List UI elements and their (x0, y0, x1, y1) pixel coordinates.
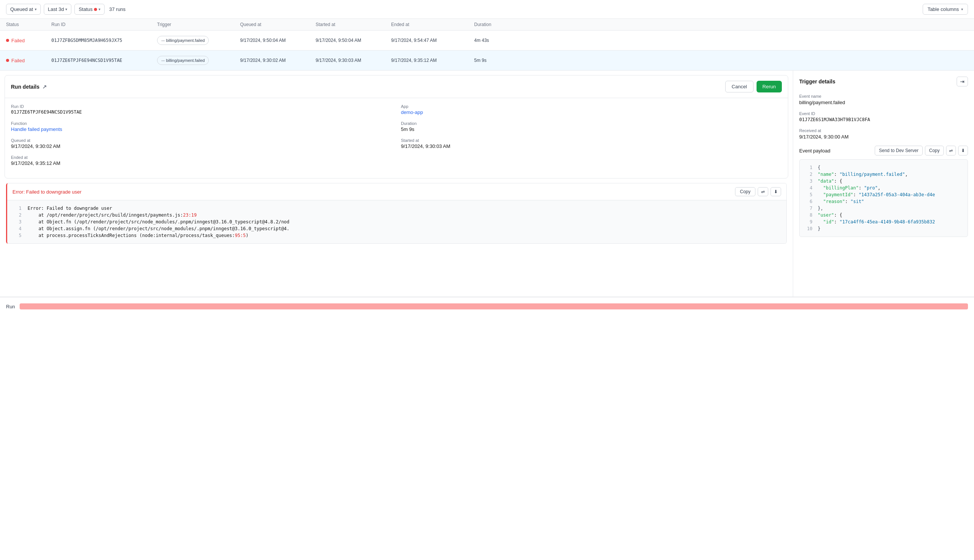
status-text: Failed (11, 58, 25, 63)
table-row[interactable]: Failed 01J7ZE6TPJF6E94NCSD1V95TAE ··· bi… (0, 50, 974, 70)
started-at-field-value: 9/17/2024, 9:30:03 AM (401, 143, 782, 149)
json-line-5: 5 "paymentId": "1437a25f-05a3-404a-ab3e-… (800, 191, 967, 198)
event-payload-label: Event payload (799, 148, 830, 153)
run-details-title: Run details ↗ (11, 84, 47, 90)
col-header-ended-at: Ended at (391, 22, 474, 27)
run-id-cell: 01J7ZFBG5DMM85MJA9H659JX75 (51, 38, 157, 43)
duration-cell: 5m 9s (474, 58, 512, 63)
json-line-10: 10 } (800, 225, 967, 232)
json-line-8: 8 "user": { (800, 212, 967, 218)
run-id-field: Run ID 01J7ZE6TPJF6E94NCSD1V95TAE (11, 104, 392, 115)
code-line-2: 2 at /opt/render/project/src/build/innge… (7, 212, 786, 218)
download-payload-icon-button[interactable]: ⬇ (958, 146, 968, 155)
json-line-2: 2 "name": "billing/payment.failed", (800, 171, 967, 178)
duration-cell: 4m 43s (474, 38, 512, 43)
last-3d-chevron-icon: ▾ (65, 7, 67, 11)
table-columns-chevron-icon: ▾ (961, 7, 963, 11)
event-name-field: Event name billing/payment.failed (799, 94, 968, 105)
ended-at-cell: 9/17/2024, 9:54:47 AM (391, 38, 474, 43)
col-header-duration: Duration (474, 22, 512, 27)
error-section: Error: Failed to downgrade user Copy ⇌ ⬇… (6, 183, 787, 244)
trigger-cell: ··· billing/payment.failed (157, 56, 240, 65)
ended-at-field-label: Ended at (11, 155, 392, 160)
payload-actions: Send to Dev Server Copy ⇌ ⬇ (875, 146, 968, 155)
run-id-cell: 01J7ZE6TPJF6E94NCSD1V95TAE (51, 58, 157, 63)
error-code-block: 1 Error: Failed to downgrade user 2 at /… (7, 200, 786, 243)
event-id-value: 01J7ZE6S1MJWA33HT9B1VJC8FA (799, 117, 968, 122)
failed-dot-icon (6, 59, 9, 62)
failed-dot-icon (6, 39, 9, 42)
run-details-header: Run details ↗ Cancel Rerun (5, 75, 788, 98)
json-line-6: 6 "reason": "sit" (800, 198, 967, 205)
status-chevron-icon: ▾ (98, 7, 100, 11)
wrap-payload-icon-button[interactable]: ⇌ (946, 146, 956, 155)
status-filter[interactable]: Status ▾ (74, 4, 105, 15)
event-id-field: Event ID 01J7ZE6S1MJWA33HT9B1VJC8FA (799, 111, 968, 122)
code-line-3: 3 at Object.fn (/opt/render/project/src/… (7, 218, 786, 225)
status-cell: Failed (6, 38, 51, 43)
trigger-badge: ··· billing/payment.failed (157, 56, 209, 65)
col-header-status: Status (6, 22, 51, 27)
queued-at-label: Queued at (10, 7, 33, 12)
run-fields: Run ID 01J7ZE6TPJF6E94NCSD1V95TAE App de… (11, 104, 782, 166)
run-id-label: Run ID (11, 104, 392, 109)
download-icon-button[interactable]: ⬇ (771, 187, 781, 196)
status-dot-icon (94, 8, 97, 11)
col-header-run-id: Run ID (51, 22, 157, 27)
app-label: App (401, 104, 782, 109)
payload-header: Event payload Send to Dev Server Copy ⇌ … (799, 146, 968, 155)
run-progress-bar (20, 303, 968, 310)
started-at-cell: 9/17/2024, 9:30:03 AM (315, 58, 391, 63)
event-name-label: Event name (799, 94, 968, 98)
bottom-bar: Run (0, 297, 974, 315)
table-columns-label: Table columns (927, 7, 959, 12)
queued-at-filter[interactable]: Queued at ▾ (6, 4, 41, 15)
trigger-dots-icon: ··· (161, 37, 165, 43)
app-value[interactable]: demo-app (401, 110, 782, 115)
error-title: Error: Failed to downgrade user (12, 189, 82, 195)
col-header-trigger: Trigger (157, 22, 240, 27)
error-header: Error: Failed to downgrade user Copy ⇌ ⬇ (7, 183, 786, 200)
queued-at-cell: 9/17/2024, 9:50:04 AM (240, 38, 315, 43)
table-columns-button[interactable]: Table columns ▾ (923, 4, 968, 15)
json-line-1: 1 { (800, 164, 967, 171)
received-at-label: Received at (799, 128, 968, 133)
duration-field: Duration 5m 9s (401, 121, 782, 132)
json-line-4: 4 "billingPlan": "pro", (800, 185, 967, 191)
json-line-7: 7 }, (800, 205, 967, 212)
received-at-field: Received at 9/17/2024, 9:30:00 AM (799, 128, 968, 140)
send-to-dev-button[interactable]: Send to Dev Server (875, 146, 923, 155)
last-3d-filter[interactable]: Last 3d ▾ (44, 4, 72, 15)
run-details-panel: Run details ↗ Cancel Rerun Run ID 01J7ZE… (5, 75, 788, 178)
copy-error-button[interactable]: Copy (735, 187, 756, 196)
function-label: Function (11, 121, 392, 126)
function-value[interactable]: Handle failed payments (11, 127, 392, 132)
function-field: Function Handle failed payments (11, 121, 392, 132)
code-line-4: 4 at Object.assign.fn (/opt/render/proje… (7, 225, 786, 232)
status-text: Failed (11, 38, 25, 43)
toolbar: Queued at ▾ Last 3d ▾ Status ▾ 37 runs T… (0, 0, 974, 19)
cancel-button[interactable]: Cancel (725, 81, 753, 92)
expand-trigger-button[interactable]: ⇥ (957, 77, 968, 87)
run-id-value: 01J7ZE6TPJF6E94NCSD1V95TAE (11, 110, 392, 115)
status-cell: Failed (6, 58, 51, 63)
run-count: 37 runs (109, 7, 125, 12)
trigger-details-title: Trigger details (799, 78, 836, 85)
json-line-3: 3 "data": { (800, 178, 967, 185)
run-bar-label: Run (6, 304, 15, 310)
rerun-button[interactable]: Rerun (757, 81, 782, 92)
copy-payload-button[interactable]: Copy (925, 146, 944, 155)
started-at-cell: 9/17/2024, 9:50:04 AM (315, 38, 391, 43)
duration-label: Duration (401, 121, 782, 126)
external-link-icon[interactable]: ↗ (42, 84, 47, 90)
toolbar-right: Table columns ▾ (923, 4, 968, 15)
trigger-cell: ··· billing/payment.failed (157, 36, 240, 45)
wrap-icon-button[interactable]: ⇌ (758, 187, 768, 196)
started-at-field: Started at 9/17/2024, 9:30:03 AM (401, 138, 782, 149)
queued-at-field: Queued at 9/17/2024, 9:30:02 AM (11, 138, 392, 149)
col-header-started-at: Started at (315, 22, 391, 27)
queued-at-field-value: 9/17/2024, 9:30:02 AM (11, 143, 392, 149)
table-row[interactable]: Failed 01J7ZFBG5DMM85MJA9H659JX75 ··· bi… (0, 30, 974, 50)
table-header: Status Run ID Trigger Queued at Started … (0, 19, 974, 30)
started-at-field-label: Started at (401, 138, 782, 143)
